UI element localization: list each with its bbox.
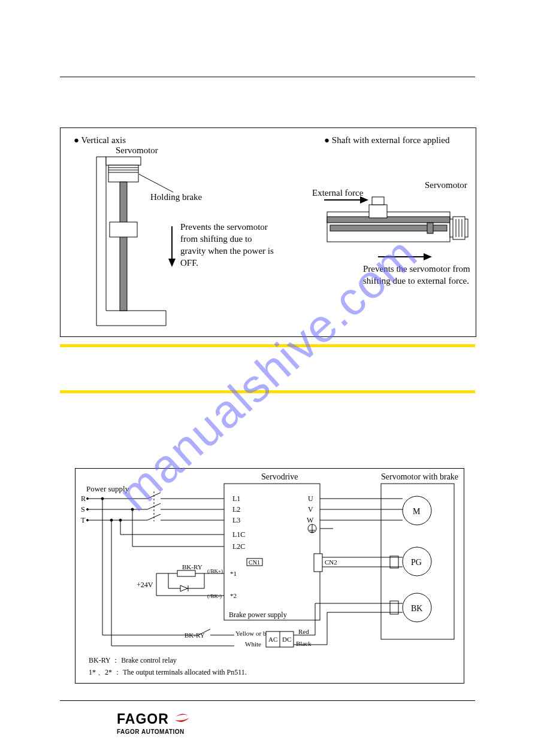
term-l2: L2: [232, 505, 240, 514]
svg-point-30: [87, 509, 89, 511]
footer-logo: FAGOR FAGOR AUTOMATION: [117, 711, 191, 735]
header-rule: [60, 77, 475, 77]
prevents-external-l1: Prevents the servomotor from: [363, 264, 470, 274]
yellow-divider-top: [60, 344, 475, 347]
label-servomotor-with-brake: Servomotor with brake: [381, 472, 458, 481]
label-brake-power-supply: Brake power supply: [229, 611, 287, 619]
figure-wiring-diagram: Servodrive Servomotor with brake Power s…: [75, 468, 464, 684]
label-m: M: [413, 507, 421, 516]
phase-s: S: [81, 505, 85, 514]
label-holding-brake: Holding brake: [150, 192, 202, 202]
prevents-gravity-l2: from shifting due to: [180, 234, 252, 244]
term-l1c: L1C: [232, 530, 245, 539]
svg-point-28: [87, 498, 89, 500]
svg-rect-0: [106, 157, 141, 165]
svg-marker-24: [424, 253, 432, 260]
label-red: Red: [298, 628, 309, 635]
label-plus24v: +24V: [137, 581, 153, 589]
label-external-force: External force: [312, 188, 364, 198]
label-star1: *1: [230, 570, 237, 577]
svg-rect-13: [327, 217, 450, 223]
phase-r: R: [81, 494, 86, 503]
label-dc: DC: [282, 636, 291, 643]
label-power-supply: Power supply: [86, 484, 129, 493]
document-page: ● Vertical axis ● Shaft with external fo…: [0, 0, 535, 756]
svg-rect-63: [177, 570, 195, 576]
prevents-external-l2: shifting due to external force.: [363, 276, 469, 286]
label-servodrive: Servodrive: [261, 472, 298, 481]
footer-rule: [60, 700, 475, 701]
svg-rect-15: [369, 205, 387, 218]
logo-swoosh-icon: [174, 712, 191, 727]
heading-external-force: ● Shaft with external force applied: [324, 135, 450, 145]
svg-rect-5: [120, 182, 127, 311]
term-v: V: [308, 505, 313, 514]
prevents-gravity-l4: OFF.: [180, 258, 198, 268]
svg-rect-16: [372, 197, 384, 205]
term-u: U: [308, 494, 313, 503]
term-w: W: [307, 516, 314, 524]
label-servomotor-left: Servomotor: [116, 145, 158, 155]
label-bk: BK: [411, 604, 422, 613]
note-bkry: BK-RY ： Brake control relay: [89, 656, 177, 664]
svg-point-32: [87, 520, 89, 521]
label-pg: PG: [411, 558, 422, 567]
term-l3: L3: [232, 516, 240, 524]
term-l2c: L2C: [232, 542, 245, 551]
note-star: 1* 、2* ： The output terminals allocated …: [89, 668, 247, 676]
label-white: White: [245, 640, 261, 648]
svg-marker-11: [360, 196, 368, 204]
svg-marker-9: [168, 259, 176, 267]
svg-rect-17: [427, 223, 433, 233]
figure-vertical-shaft-brake: ● Vertical axis ● Shaft with external fo…: [60, 127, 476, 337]
logo-brand: FAGOR: [117, 711, 169, 727]
label-ac: AC: [268, 636, 277, 643]
label-bk-plus: (/BK+): [207, 568, 223, 574]
label-bk-minus: (/BK-): [207, 593, 222, 599]
svg-marker-67: [180, 585, 188, 591]
yellow-divider-bottom: [60, 390, 475, 393]
phase-t: T: [81, 516, 86, 524]
svg-rect-25: [224, 484, 320, 620]
label-black: Black: [296, 640, 312, 647]
label-star2: *2: [230, 592, 237, 599]
label-cn1: CN1: [249, 559, 260, 566]
prevents-gravity-l3: gravity when the power is: [180, 246, 274, 256]
prevents-gravity-l1: Prevents the servomotor: [180, 222, 268, 232]
label-cn2: CN2: [325, 558, 337, 566]
svg-line-7: [139, 174, 173, 192]
label-bkry-coil: BK-RY: [182, 563, 202, 570]
svg-rect-61: [390, 556, 398, 568]
label-servomotor-right: Servomotor: [425, 180, 467, 190]
svg-rect-58: [314, 554, 322, 572]
logo-subtext: FAGOR AUTOMATION: [117, 728, 191, 735]
heading-vertical-axis: ● Vertical axis: [74, 135, 126, 145]
svg-rect-6: [110, 222, 137, 237]
term-l1: L1: [232, 494, 240, 503]
